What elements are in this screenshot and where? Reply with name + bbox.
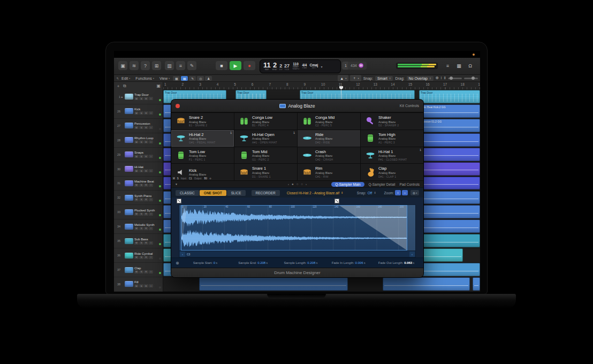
m-button[interactable]: M xyxy=(134,155,139,158)
region[interactable] xyxy=(199,277,348,291)
lcd-chevron-icon[interactable]: ▾ xyxy=(321,65,322,69)
pad-ride[interactable]: RideAnalog BlazeD#2 - RIDE xyxy=(298,130,360,147)
region[interactable] xyxy=(473,277,480,291)
pad-tom-high[interactable]: Tom HighAnalog BlazeA1 - PERC 3 xyxy=(361,130,423,147)
tab-pad-controls[interactable]: Pad Controls xyxy=(399,183,420,186)
track-row-snaps[interactable]: 29SnapsMSRI xyxy=(114,148,163,162)
r-button[interactable]: R xyxy=(144,227,148,230)
s-button[interactable]: S xyxy=(139,126,143,129)
info-fade-out-length[interactable]: Fade Out Length: 0.063 s xyxy=(374,261,419,264)
view-button-2[interactable]: ✎ xyxy=(189,76,196,81)
i-button[interactable]: I xyxy=(149,270,153,274)
menubar-icon-1[interactable]: I xyxy=(441,76,442,80)
info-fade-in-length[interactable]: Fade In Length: 0.006 s xyxy=(326,261,371,264)
m-button[interactable]: M xyxy=(134,97,139,100)
s-button[interactable]: S xyxy=(139,97,143,100)
m-button[interactable]: M xyxy=(134,169,139,172)
pad-hi-hat-open[interactable]: Hi-Hat OpenAnalog BlazeA#1 - OPEN HIHAT1 xyxy=(234,130,297,147)
track-row-clap[interactable]: 37ClapMSRI xyxy=(114,263,163,277)
track-row-fill[interactable]: 38FillMSRI xyxy=(114,277,163,292)
s-button[interactable]: S xyxy=(139,155,143,158)
track-row-sub-bass[interactable]: 35Sub BassMSRI xyxy=(114,234,163,248)
sample-file-select[interactable]: Closed Hi-Hat 2 - Analog Blaze.aif⇕ xyxy=(287,191,343,195)
recorder-button[interactable]: RECORDER xyxy=(252,190,280,196)
m-button[interactable]: M xyxy=(134,270,139,274)
track-row-trap-door[interactable]: 1▸Trap DoorMSRI xyxy=(114,90,163,104)
m-button[interactable]: M xyxy=(134,256,139,259)
mode-classic[interactable]: CLASSIC xyxy=(176,190,199,196)
i-button[interactable]: I xyxy=(149,111,153,115)
region[interactable] xyxy=(416,162,480,176)
r-button[interactable]: R xyxy=(144,126,148,129)
region[interactable] xyxy=(416,205,480,218)
note-pads-icon[interactable]: ▦ xyxy=(454,61,463,70)
view-button-1[interactable]: ▤ xyxy=(181,76,188,81)
menubar-icon-0[interactable]: ❆ xyxy=(436,76,439,80)
horizontal-zoom-slider[interactable] xyxy=(464,78,478,79)
s-button[interactable]: S xyxy=(139,140,143,143)
region[interactable] xyxy=(416,219,480,233)
s-button[interactable]: S xyxy=(139,213,143,216)
pad-crash[interactable]: CrashAnalog BlazeC#2 - CRASH xyxy=(298,147,360,164)
record-button[interactable]: ● xyxy=(244,61,255,70)
track-row-rhythm-loop[interactable]: 28Rhythm LoopMSRI xyxy=(114,133,163,148)
track-row-synth-piano[interactable]: 32Synth PianoMSRI xyxy=(114,191,163,205)
pad-clap[interactable]: ClapAnalog BlazeD#1 - CLAP 1 xyxy=(361,164,423,180)
editors-icon[interactable]: ✎ xyxy=(187,61,196,70)
m-button[interactable]: M xyxy=(134,126,139,129)
pad-input-value[interactable]: C1 xyxy=(189,177,192,180)
s-button[interactable]: S xyxy=(139,284,143,287)
play-button[interactable]: ▶ xyxy=(230,61,241,70)
region[interactable] xyxy=(416,133,480,147)
m-button[interactable]: M xyxy=(134,184,139,187)
i-button[interactable]: I xyxy=(149,227,153,230)
pad-tom-mid[interactable]: Tom MidAnalog BlazeG1 - PERC 2 xyxy=(234,147,297,164)
info-sample-start[interactable]: Sample Start: 0 s xyxy=(183,261,228,264)
lcd-display[interactable]: 11BAR 2BEAT 2DIV 27TICK 110KEEPTEMPO 4/4… xyxy=(260,59,341,73)
track-row-ride-cymbal[interactable]: 36Ride CymbalMSRI xyxy=(114,248,163,263)
list-editors-icon[interactable]: ≡ xyxy=(443,61,452,70)
s-button[interactable]: S xyxy=(139,227,143,230)
s-button[interactable]: S xyxy=(139,184,143,187)
pager-dot-2[interactable]: ○ xyxy=(301,183,303,186)
i-button[interactable]: I xyxy=(149,256,153,259)
region[interactable] xyxy=(383,277,470,291)
dmd-title-bar[interactable]: Analog Blaze Kit Controls xyxy=(171,100,423,112)
menubar-icon-2[interactable]: Ⅱ xyxy=(444,76,446,80)
track-row-percussion[interactable]: 27PercussionMSRI xyxy=(114,119,163,133)
r-button[interactable]: R xyxy=(144,111,148,115)
m-button[interactable]: M xyxy=(134,111,139,115)
r-button[interactable]: R xyxy=(144,270,148,274)
pad-kick[interactable]: KickAnalog BlazeMSInput:C1Output:B0⚙ xyxy=(171,164,234,180)
s-button[interactable]: S xyxy=(139,270,143,274)
s-button[interactable]: S xyxy=(139,169,143,172)
r-button[interactable]: R xyxy=(144,97,148,100)
toolbar-icon[interactable]: ⊞ xyxy=(152,61,161,70)
tool-menu-0[interactable]: ▲▾ xyxy=(338,75,348,81)
track-row-melodic-synth[interactable]: 34Melodic SynthMSRI xyxy=(114,219,163,234)
pad-snare-2[interactable]: Snare 2Analog BlazeE1 - SNARE 2 xyxy=(171,113,234,130)
i-button[interactable]: I xyxy=(149,126,153,129)
zoom-vertical-icon[interactable]: ↕ xyxy=(395,190,401,195)
pad-solo-button[interactable]: S xyxy=(177,177,179,180)
i-button[interactable]: I xyxy=(149,97,153,100)
r-button[interactable]: R xyxy=(144,155,148,158)
fade-out-handle[interactable] xyxy=(334,199,339,203)
keyboard-strip[interactable]: › C3 ‹ xyxy=(179,251,416,257)
pad-conga-mid[interactable]: Conga MidAnalog BlazeC2 - PERC 5 xyxy=(298,113,360,130)
wave-snap-control[interactable]: Snap:Off⇕ xyxy=(357,191,376,195)
m-button[interactable]: M xyxy=(134,198,139,201)
r-button[interactable]: R xyxy=(144,198,148,201)
s-button[interactable]: S xyxy=(139,111,143,115)
inspector-icon[interactable]: ≋ xyxy=(130,61,139,70)
smart-controls-icon[interactable]: ▥ xyxy=(165,61,174,70)
track-row-plucked-synth[interactable]: 33Plucked SynthMSRI xyxy=(114,205,163,219)
r-button[interactable]: R xyxy=(144,140,148,143)
region[interactable] xyxy=(416,148,480,161)
scroll-right-icon[interactable]: ‹ xyxy=(409,252,415,257)
m-button[interactable]: M xyxy=(134,213,139,216)
track-row-kick[interactable]: 26KickMSRI xyxy=(114,104,163,119)
info-sample-length[interactable]: Sample Length: 0.208 s xyxy=(278,261,323,264)
pad-hi-hat-2[interactable]: Hi-Hat 2Analog BlazeG#1 - PEDAL HIHAT1 xyxy=(171,130,234,147)
menu-edit[interactable]: Edit▾ xyxy=(119,77,133,80)
